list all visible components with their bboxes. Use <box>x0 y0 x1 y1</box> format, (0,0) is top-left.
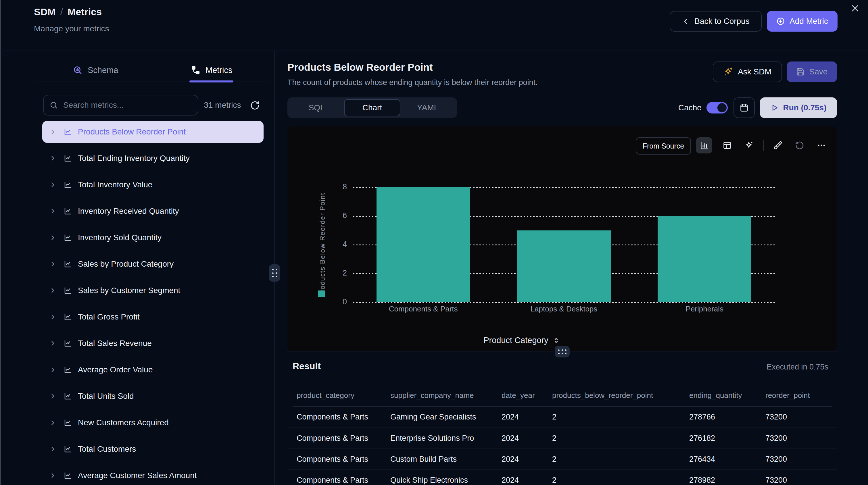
sidebar-item-label: Total Sales Revenue <box>78 339 152 348</box>
table-row[interactable]: Components & PartsGaming Gear Specialist… <box>287 407 837 427</box>
cache-label: Cache <box>678 97 702 118</box>
x-axis-sort-control[interactable]: Product Category <box>447 335 596 345</box>
chevron-right-icon[interactable] <box>49 287 57 294</box>
close-icon[interactable] <box>848 2 862 15</box>
tab-schema[interactable]: Schema <box>73 63 118 77</box>
column-header[interactable]: product_category <box>297 391 390 400</box>
column-header[interactable]: ending_quantity <box>689 391 765 400</box>
chevron-right-icon[interactable] <box>49 207 57 215</box>
chevron-right-icon[interactable] <box>49 419 57 426</box>
ai-sparkles-icon[interactable] <box>741 137 757 154</box>
metric-list: Products Below Reorder PointTotal Ending… <box>42 121 264 485</box>
search-input[interactable] <box>63 100 192 110</box>
tab-yaml[interactable]: YAML <box>400 99 455 116</box>
view-tabs: SQL Chart YAML <box>287 97 457 118</box>
sidebar-item-label: Average Order Value <box>78 365 153 375</box>
chevron-right-icon[interactable] <box>49 260 57 268</box>
page-subtitle: Manage your metrics <box>34 24 109 33</box>
run-button[interactable]: Run (0.75s) <box>760 97 837 118</box>
sidebar-item-metric[interactable]: Total Sales Revenue <box>42 332 264 354</box>
table-cell: 2024 <box>501 476 552 485</box>
column-header[interactable]: products_below_reorder_point <box>552 391 689 400</box>
sidebar-item-metric[interactable]: Total Units Sold <box>42 385 264 407</box>
sidebar-resize-handle[interactable] <box>269 264 280 282</box>
more-options-icon[interactable] <box>813 137 830 154</box>
column-header[interactable]: supplier_company_name <box>390 391 501 400</box>
line-chart-icon <box>64 471 72 480</box>
chevron-right-icon[interactable] <box>49 340 57 347</box>
x-tick-label: Laptops & Desktops <box>495 304 633 314</box>
chevron-right-icon[interactable] <box>49 234 57 241</box>
sidebar-item-metric[interactable]: Inventory Sold Quantity <box>42 227 264 249</box>
chevron-right-icon[interactable] <box>49 392 57 400</box>
sidebar-item-metric[interactable]: Products Below Reorder Point <box>42 121 264 143</box>
back-to-corpus-label: Back to Corpus <box>694 17 749 26</box>
breadcrumb-root[interactable]: SDM <box>34 6 56 18</box>
table-view-icon[interactable] <box>719 137 735 154</box>
sparkles-icon <box>723 67 733 77</box>
line-chart-icon <box>64 286 72 295</box>
tab-metrics[interactable]: Metrics <box>191 63 232 77</box>
chevron-right-icon[interactable] <box>49 128 57 136</box>
add-metric-button[interactable]: Add Metric <box>767 11 838 32</box>
column-header[interactable]: reorder_point <box>765 391 837 400</box>
line-chart-icon <box>64 128 72 136</box>
chevron-left-icon <box>682 17 690 25</box>
from-source-button[interactable]: From Source <box>636 137 691 155</box>
chart-resize-handle[interactable] <box>555 346 570 357</box>
table-cell: 2024 <box>501 455 552 464</box>
back-to-corpus-button[interactable]: Back to Corpus <box>670 11 762 32</box>
table-cell: Components & Parts <box>297 455 390 464</box>
chevron-right-icon[interactable] <box>49 313 57 321</box>
tab-chart[interactable]: Chart <box>344 99 400 116</box>
table-cell: Components & Parts <box>297 476 390 485</box>
table-cell: 278982 <box>689 476 765 485</box>
ask-sdm-label: Ask SDM <box>738 67 771 76</box>
style-brush-icon[interactable] <box>770 137 786 154</box>
table-cell: Quick Ship Electronics <box>390 476 501 485</box>
sidebar-item-metric[interactable]: Average Customer Sales Amount <box>42 464 264 485</box>
table-row[interactable]: Components & PartsEnterprise Solutions P… <box>287 427 837 449</box>
chart-bar[interactable] <box>517 230 611 302</box>
metrics-flow-icon <box>191 65 200 75</box>
ask-sdm-button[interactable]: Ask SDM <box>713 62 782 82</box>
y-tick-label: 4 <box>315 240 347 249</box>
refresh-icon[interactable] <box>249 99 261 111</box>
table-row[interactable]: Components & PartsQuick Ship Electronics… <box>287 470 837 485</box>
cache-toggle[interactable] <box>707 102 728 114</box>
chevron-right-icon[interactable] <box>49 155 57 162</box>
y-tick-label: 8 <box>315 183 347 191</box>
table-cell: 73200 <box>765 476 837 485</box>
sidebar-item-metric[interactable]: Total Gross Profit <box>42 306 264 328</box>
line-chart-icon <box>64 207 72 216</box>
chevron-right-icon[interactable] <box>49 181 57 189</box>
run-label: Run (0.75s) <box>783 103 827 112</box>
chevron-right-icon[interactable] <box>49 366 57 374</box>
sidebar-item-metric[interactable]: New Customers Acquired <box>42 412 264 433</box>
bar-chart-icon[interactable] <box>696 137 712 154</box>
sidebar-item-metric[interactable]: Total Customers <box>42 438 264 460</box>
tab-sql[interactable]: SQL <box>289 99 344 116</box>
chart-bar[interactable] <box>658 216 751 302</box>
sidebar-item-metric[interactable]: Sales by Customer Segment <box>42 280 264 301</box>
sidebar-item-metric[interactable]: Total Ending Inventory Quantity <box>42 148 264 169</box>
sidebar-item-label: Sales by Customer Segment <box>78 286 180 295</box>
sidebar-item-metric[interactable]: Inventory Received Quantity <box>42 200 264 222</box>
chevron-right-icon[interactable] <box>49 472 57 479</box>
tabbar-divider <box>34 82 269 82</box>
table-cell: 73200 <box>765 434 837 443</box>
chevron-right-icon[interactable] <box>49 445 57 453</box>
column-header[interactable]: date_year <box>501 391 552 400</box>
line-chart-icon <box>64 339 72 348</box>
result-heading: Result <box>292 361 321 371</box>
sidebar-item-metric[interactable]: Total Inventory Value <box>42 174 264 196</box>
chart-bar[interactable] <box>376 187 470 302</box>
table-cell: Components & Parts <box>297 434 390 443</box>
calendar-button[interactable] <box>734 97 755 118</box>
sidebar-item-metric[interactable]: Average Order Value <box>42 359 264 381</box>
table-row[interactable]: Components & PartsCustom Build Parts2024… <box>287 449 837 470</box>
undo-icon[interactable] <box>792 137 808 154</box>
sidebar-item-metric[interactable]: Sales by Product Category <box>42 253 264 275</box>
metric-description: The count of products whose ending quant… <box>287 78 538 87</box>
save-button[interactable]: Save <box>787 62 837 82</box>
